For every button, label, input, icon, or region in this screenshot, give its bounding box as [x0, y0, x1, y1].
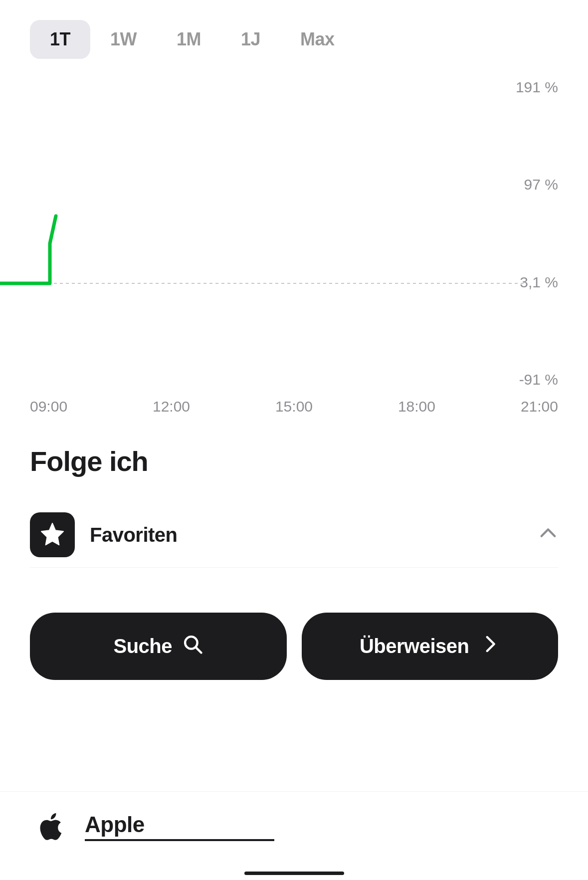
search-button[interactable]: Suche — [30, 613, 287, 680]
page-container: 1T 1W 1M 1J Max 191 % 97 % 3,1 % -91 % 0… — [0, 0, 588, 880]
apple-row[interactable]: Apple — [0, 791, 588, 862]
time-label-1800: 18:00 — [398, 398, 435, 415]
chevron-right-icon — [479, 634, 500, 659]
apple-name-container: Apple — [85, 812, 274, 841]
time-range-1m[interactable]: 1M — [157, 20, 221, 59]
time-axis: 09:00 12:00 15:00 18:00 21:00 — [0, 398, 588, 415]
apple-logo — [37, 812, 62, 842]
apple-name-text: Apple — [85, 812, 274, 837]
transfer-button[interactable]: Überweisen — [302, 613, 559, 680]
chart-label-31: 3,1 % — [516, 274, 558, 291]
time-label-2100: 21:00 — [521, 398, 558, 415]
chart-label-neg91: -91 % — [516, 371, 558, 388]
favorites-icon — [30, 512, 75, 557]
time-range-bar: 1T 1W 1M 1J Max — [0, 0, 588, 69]
favorites-left: Favoriten — [30, 512, 178, 557]
home-indicator — [244, 872, 344, 875]
chart-y-labels: 191 % 97 % 3,1 % -91 % — [516, 69, 558, 428]
search-icon — [182, 634, 203, 659]
time-label-1200: 12:00 — [153, 398, 190, 415]
bottom-buttons: Suche Überweisen — [0, 588, 588, 705]
favorites-row[interactable]: Favoriten — [30, 502, 558, 568]
following-title: Folge ich — [30, 445, 558, 477]
chevron-up-icon — [538, 523, 558, 547]
svg-point-1 — [185, 637, 197, 649]
time-label-1500: 15:00 — [275, 398, 313, 415]
time-range-1w[interactable]: 1W — [90, 20, 157, 59]
time-range-1t[interactable]: 1T — [30, 20, 90, 59]
chart-label-97: 97 % — [516, 176, 558, 193]
chart-area: 191 % 97 % 3,1 % -91 % — [0, 69, 588, 428]
search-button-label: Suche — [113, 635, 172, 658]
svg-line-2 — [196, 648, 201, 653]
time-range-1j[interactable]: 1J — [221, 20, 280, 59]
following-section: Folge ich Favoriten — [0, 415, 588, 588]
transfer-button-label: Überweisen — [360, 635, 469, 658]
time-range-max[interactable]: Max — [280, 20, 355, 59]
star-icon — [39, 521, 66, 548]
favorites-label: Favoriten — [90, 524, 178, 546]
time-label-0900: 09:00 — [30, 398, 67, 415]
chart-svg — [0, 69, 588, 428]
apple-underline — [85, 839, 274, 841]
apple-logo-icon — [30, 807, 70, 847]
chart-label-191: 191 % — [516, 79, 558, 96]
